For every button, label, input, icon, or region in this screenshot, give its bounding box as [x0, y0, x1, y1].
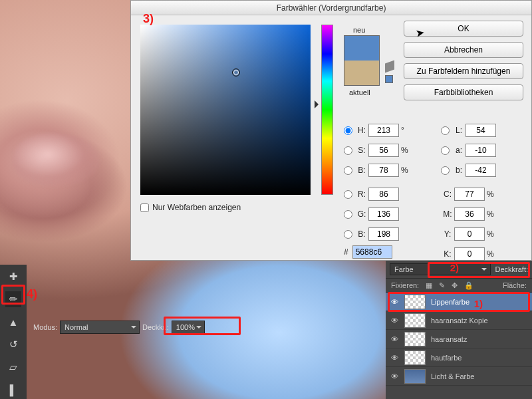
lab-b-input[interactable] [466, 164, 496, 177]
gamut-warning-icon[interactable] [385, 60, 394, 72]
layer-thumb[interactable] [404, 332, 426, 346]
visibility-icon[interactable]: 👁 [390, 372, 399, 380]
swatch-new-label: neu [353, 26, 365, 34]
visibility-icon[interactable]: 👁 [390, 335, 399, 343]
cmyk-fields: C:% M:% Y:% K:% [441, 184, 497, 264]
annotation-3: 3) [143, 12, 154, 26]
brush-options-bar: Modus: Normal Deckkr.: 100% [33, 319, 205, 335]
brush-tool-icon[interactable]: ✏ [5, 291, 21, 307]
blend-mode-dropdown[interactable]: Normal [60, 321, 140, 334]
gradient-tool-icon[interactable]: ▌ [5, 382, 21, 398]
radio-b[interactable] [344, 166, 352, 175]
lock-move-icon[interactable]: ✥ [452, 281, 458, 290]
radio-lab-b[interactable] [441, 166, 450, 175]
radio-a[interactable] [441, 146, 450, 155]
eraser-tool-icon[interactable]: ▱ [5, 359, 21, 375]
rb-input[interactable] [368, 227, 399, 241]
a-input[interactable] [466, 144, 496, 157]
y-input[interactable] [454, 227, 485, 241]
radio-s[interactable] [344, 146, 352, 155]
bandage-tool-icon[interactable]: ✚ [5, 269, 21, 285]
opacity-dropdown[interactable]: 100% [172, 321, 205, 334]
h-input[interactable] [368, 124, 399, 137]
lock-row: Fixieren: ▦ ✎ ✥ 🔒 Fläche: [386, 278, 532, 293]
layer-thumb[interactable] [404, 369, 426, 384]
annotation-1: 1) [474, 298, 483, 309]
layer-row[interactable]: 👁Licht & Farbe [386, 367, 532, 386]
rgb-fields: R: G: B: [344, 184, 411, 244]
visibility-icon[interactable]: 👁 [390, 298, 399, 306]
radio-l[interactable] [441, 126, 450, 135]
hue-slider[interactable] [321, 25, 333, 195]
lock-pixels-icon[interactable]: ▦ [426, 281, 432, 290]
saturation-value-field[interactable] [140, 25, 311, 195]
layer-name: Licht & Farbe [431, 372, 474, 380]
gamut-color-swatch[interactable] [385, 75, 393, 83]
layer-name: haaransatz Kopie [431, 317, 488, 325]
radio-r[interactable] [344, 190, 352, 199]
lab-fields: L: a: b: [441, 120, 508, 180]
layer-name: haaransatz [431, 335, 467, 343]
g-input[interactable] [368, 207, 399, 221]
layer-thumb[interactable] [404, 350, 426, 365]
color-libraries-button[interactable]: Farbbibliotheken [404, 84, 523, 100]
radio-g[interactable] [344, 210, 352, 219]
annotation-4: 4) [27, 287, 37, 301]
v-input[interactable] [368, 164, 399, 177]
m-input[interactable] [454, 207, 485, 221]
layer-row[interactable]: 👁hautfarbe [386, 348, 532, 367]
web-colors-only[interactable]: Nur Webfarben anzeigen [140, 203, 241, 212]
history-brush-icon[interactable]: ↺ [5, 336, 21, 352]
swatch-new [344, 36, 379, 61]
layers-panel: Farbe Deckkraft: Fixieren: ▦ ✎ ✥ 🔒 Fläch… [386, 261, 532, 399]
r-input[interactable] [368, 188, 399, 201]
layer-thumb[interactable] [404, 313, 426, 328]
sv-cursor[interactable] [232, 68, 240, 76]
swatch-current-label: aktuell [349, 88, 370, 96]
visibility-icon[interactable]: 👁 [390, 354, 399, 362]
layer-opacity-label: Deckkraft: [495, 265, 528, 273]
swatch-current [344, 61, 379, 85]
layer-name: Lippenfarbe [431, 298, 469, 306]
lock-all-icon[interactable]: 🔒 [464, 281, 473, 290]
color-picker-dialog: Farbwähler (Vordergrundfarbe) neu aktuel… [130, 0, 532, 261]
k-input[interactable] [454, 247, 485, 261]
mode-label: Modus: [33, 323, 57, 331]
cancel-button[interactable]: Abbrechen [404, 42, 523, 58]
stamp-tool-icon[interactable]: ▲ [5, 314, 21, 330]
hex-field-row: # [344, 245, 392, 259]
visibility-icon[interactable]: 👁 [390, 317, 399, 325]
lock-brush-icon[interactable]: ✎ [439, 281, 445, 290]
layer-name: hautfarbe [431, 354, 462, 362]
radio-h[interactable] [344, 126, 352, 135]
color-swatch [344, 35, 380, 86]
layer-row[interactable]: 👁Lippenfarbe [386, 293, 532, 311]
tools-panel: ✚ ✏ ▲ ↺ ▱ ▌ [0, 265, 27, 399]
annotation-2: 2) [450, 262, 459, 273]
layer-row[interactable]: 👁haaransatz [386, 330, 532, 348]
hsb-fields: H:° S:% B:% [344, 120, 411, 180]
hue-slider-handle[interactable] [315, 100, 323, 108]
dialog-title: Farbwähler (Vordergrundfarbe) [131, 1, 531, 15]
layer-blend-dropdown[interactable]: Farbe [390, 263, 491, 275]
web-colors-checkbox[interactable] [140, 203, 149, 212]
l-input[interactable] [466, 124, 496, 137]
radio-rb[interactable] [344, 230, 352, 239]
s-input[interactable] [368, 144, 399, 157]
c-input[interactable] [454, 188, 485, 201]
opacity-label: Deckkr.: [142, 323, 169, 331]
layer-list: 👁Lippenfarbe👁haaransatz Kopie👁haaransatz… [386, 293, 532, 386]
layer-row[interactable]: 👁haaransatz Kopie [386, 311, 532, 330]
fill-label: Fläche: [503, 281, 527, 289]
layer-thumb[interactable] [404, 295, 426, 309]
hex-input[interactable] [352, 245, 392, 259]
add-swatch-button[interactable]: Zu Farbfeldern hinzufügen [404, 63, 523, 79]
